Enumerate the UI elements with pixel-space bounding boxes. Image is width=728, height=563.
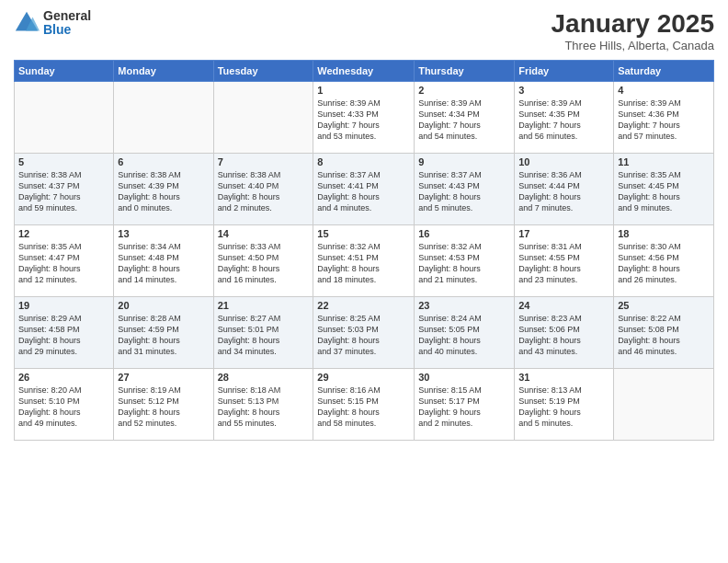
day-info: Sunrise: 8:29 AMSunset: 4:58 PMDaylight:…: [18, 313, 109, 358]
day-info: Sunrise: 8:32 AMSunset: 4:53 PMDaylight:…: [418, 241, 510, 286]
day-number: 5: [18, 156, 109, 167]
table-row: 7Sunrise: 8:38 AMSunset: 4:40 PMDaylight…: [213, 154, 313, 225]
col-tuesday: Tuesday: [213, 61, 313, 82]
col-sunday: Sunday: [15, 61, 114, 82]
table-row: 27Sunrise: 8:19 AMSunset: 5:12 PMDayligh…: [114, 369, 213, 441]
table-row: 6Sunrise: 8:38 AMSunset: 4:39 PMDaylight…: [114, 154, 213, 225]
col-wednesday: Wednesday: [313, 61, 415, 82]
day-number: 23: [418, 300, 510, 311]
day-info: Sunrise: 8:28 AMSunset: 4:59 PMDaylight:…: [118, 313, 209, 358]
day-number: 13: [118, 228, 209, 239]
day-number: 14: [218, 228, 310, 239]
day-info: Sunrise: 8:39 AMSunset: 4:35 PMDaylight:…: [518, 98, 609, 143]
col-friday: Friday: [515, 61, 614, 82]
day-number: 15: [317, 228, 410, 239]
location-text: Three Hills, Alberta, Canada: [552, 39, 714, 52]
table-row: 12Sunrise: 8:35 AMSunset: 4:47 PMDayligh…: [15, 225, 114, 297]
day-info: Sunrise: 8:38 AMSunset: 4:39 PMDaylight:…: [118, 169, 209, 214]
table-row: 14Sunrise: 8:33 AMSunset: 4:50 PMDayligh…: [213, 225, 313, 297]
day-info: Sunrise: 8:18 AMSunset: 5:13 PMDaylight:…: [218, 385, 310, 430]
table-row: 31Sunrise: 8:13 AMSunset: 5:19 PMDayligh…: [515, 369, 614, 441]
day-info: Sunrise: 8:37 AMSunset: 4:41 PMDaylight:…: [317, 169, 410, 214]
day-info: Sunrise: 8:38 AMSunset: 4:40 PMDaylight:…: [218, 169, 310, 214]
logo-blue-text: Blue: [43, 23, 91, 37]
table-row: 11Sunrise: 8:35 AMSunset: 4:45 PMDayligh…: [614, 154, 714, 225]
day-number: 10: [518, 156, 609, 167]
table-row: 1Sunrise: 8:39 AMSunset: 4:33 PMDaylight…: [313, 82, 415, 154]
day-number: 24: [518, 300, 609, 311]
table-row: 4Sunrise: 8:39 AMSunset: 4:36 PMDaylight…: [614, 82, 714, 154]
table-row: 13Sunrise: 8:34 AMSunset: 4:48 PMDayligh…: [114, 225, 213, 297]
table-row: 26Sunrise: 8:20 AMSunset: 5:10 PMDayligh…: [15, 369, 114, 441]
logo-text: General Blue: [43, 9, 91, 38]
day-number: 18: [618, 228, 710, 239]
day-info: Sunrise: 8:33 AMSunset: 4:50 PMDaylight:…: [218, 241, 310, 286]
day-info: Sunrise: 8:19 AMSunset: 5:12 PMDaylight:…: [118, 385, 209, 430]
table-row: 17Sunrise: 8:31 AMSunset: 4:55 PMDayligh…: [515, 225, 614, 297]
table-row: 23Sunrise: 8:24 AMSunset: 5:05 PMDayligh…: [415, 297, 515, 369]
day-number: 1: [317, 85, 410, 96]
table-row: 2Sunrise: 8:39 AMSunset: 4:34 PMDaylight…: [415, 82, 515, 154]
day-info: Sunrise: 8:38 AMSunset: 4:37 PMDaylight:…: [18, 169, 109, 214]
table-row: 28Sunrise: 8:18 AMSunset: 5:13 PMDayligh…: [213, 369, 313, 441]
calendar-week-1: 1Sunrise: 8:39 AMSunset: 4:33 PMDaylight…: [15, 82, 714, 154]
day-info: Sunrise: 8:30 AMSunset: 4:56 PMDaylight:…: [618, 241, 710, 286]
day-info: Sunrise: 8:31 AMSunset: 4:55 PMDaylight:…: [518, 241, 609, 286]
table-row: 3Sunrise: 8:39 AMSunset: 4:35 PMDaylight…: [515, 82, 614, 154]
calendar-week-3: 12Sunrise: 8:35 AMSunset: 4:47 PMDayligh…: [15, 225, 714, 297]
day-info: Sunrise: 8:27 AMSunset: 5:01 PMDaylight:…: [218, 313, 310, 358]
day-info: Sunrise: 8:24 AMSunset: 5:05 PMDaylight:…: [418, 313, 510, 358]
day-number: 27: [118, 372, 209, 383]
day-info: Sunrise: 8:39 AMSunset: 4:34 PMDaylight:…: [418, 98, 510, 143]
day-info: Sunrise: 8:15 AMSunset: 5:17 PMDaylight:…: [418, 385, 510, 430]
day-number: 29: [317, 372, 410, 383]
day-info: Sunrise: 8:39 AMSunset: 4:33 PMDaylight:…: [317, 98, 410, 143]
table-row: [614, 369, 714, 441]
day-info: Sunrise: 8:39 AMSunset: 4:36 PMDaylight:…: [618, 98, 710, 143]
table-row: 8Sunrise: 8:37 AMSunset: 4:41 PMDaylight…: [313, 154, 415, 225]
table-row: 18Sunrise: 8:30 AMSunset: 4:56 PMDayligh…: [614, 225, 714, 297]
table-row: 24Sunrise: 8:23 AMSunset: 5:06 PMDayligh…: [515, 297, 614, 369]
day-number: 30: [418, 372, 510, 383]
day-info: Sunrise: 8:36 AMSunset: 4:44 PMDaylight:…: [518, 169, 609, 214]
page-container: General Blue January 2025 Three Hills, A…: [0, 0, 728, 563]
logo-icon: [14, 10, 40, 36]
day-number: 11: [618, 156, 710, 167]
table-row: 29Sunrise: 8:16 AMSunset: 5:15 PMDayligh…: [313, 369, 415, 441]
day-info: Sunrise: 8:16 AMSunset: 5:15 PMDaylight:…: [317, 385, 410, 430]
day-info: Sunrise: 8:34 AMSunset: 4:48 PMDaylight:…: [118, 241, 209, 286]
calendar-week-2: 5Sunrise: 8:38 AMSunset: 4:37 PMDaylight…: [15, 154, 714, 225]
calendar-header-row: Sunday Monday Tuesday Wednesday Thursday…: [15, 61, 714, 82]
day-number: 22: [317, 300, 410, 311]
logo-general-text: General: [43, 9, 91, 23]
table-row: [114, 82, 213, 154]
calendar-week-4: 19Sunrise: 8:29 AMSunset: 4:58 PMDayligh…: [15, 297, 714, 369]
table-row: 15Sunrise: 8:32 AMSunset: 4:51 PMDayligh…: [313, 225, 415, 297]
logo: General Blue: [14, 9, 91, 38]
month-year-title: January 2025: [552, 9, 714, 39]
table-row: [15, 82, 114, 154]
table-row: 22Sunrise: 8:25 AMSunset: 5:03 PMDayligh…: [313, 297, 415, 369]
day-number: 6: [118, 156, 209, 167]
day-info: Sunrise: 8:32 AMSunset: 4:51 PMDaylight:…: [317, 241, 410, 286]
calendar-table: Sunday Monday Tuesday Wednesday Thursday…: [14, 60, 714, 441]
day-number: 17: [518, 228, 609, 239]
table-row: 19Sunrise: 8:29 AMSunset: 4:58 PMDayligh…: [15, 297, 114, 369]
calendar-week-5: 26Sunrise: 8:20 AMSunset: 5:10 PMDayligh…: [15, 369, 714, 441]
day-number: 21: [218, 300, 310, 311]
table-row: 5Sunrise: 8:38 AMSunset: 4:37 PMDaylight…: [15, 154, 114, 225]
day-number: 19: [18, 300, 109, 311]
table-row: 21Sunrise: 8:27 AMSunset: 5:01 PMDayligh…: [213, 297, 313, 369]
table-row: 9Sunrise: 8:37 AMSunset: 4:43 PMDaylight…: [415, 154, 515, 225]
table-row: 30Sunrise: 8:15 AMSunset: 5:17 PMDayligh…: [415, 369, 515, 441]
col-thursday: Thursday: [415, 61, 515, 82]
col-saturday: Saturday: [614, 61, 714, 82]
day-number: 9: [418, 156, 510, 167]
day-info: Sunrise: 8:20 AMSunset: 5:10 PMDaylight:…: [18, 385, 109, 430]
day-number: 25: [618, 300, 710, 311]
day-info: Sunrise: 8:35 AMSunset: 4:47 PMDaylight:…: [18, 241, 109, 286]
day-number: 7: [218, 156, 310, 167]
day-number: 20: [118, 300, 209, 311]
day-number: 16: [418, 228, 510, 239]
day-info: Sunrise: 8:35 AMSunset: 4:45 PMDaylight:…: [618, 169, 710, 214]
